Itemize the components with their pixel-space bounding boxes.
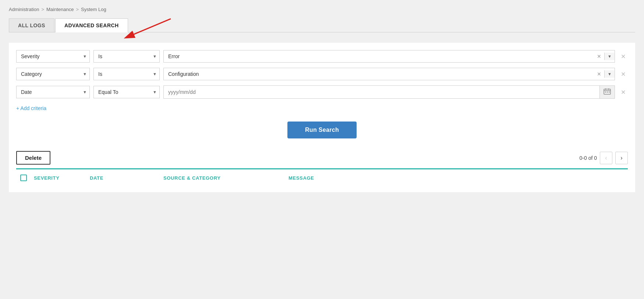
next-page-button[interactable]: › bbox=[615, 152, 628, 164]
svg-rect-8 bbox=[609, 92, 610, 92]
field-select-1[interactable]: Severity Category Date Source Message bbox=[16, 50, 90, 63]
value-clear-btn-1[interactable]: ✕ bbox=[594, 52, 604, 61]
table-header: SEVERITY DATE SOURCE & CATEGORY MESSAGE bbox=[16, 168, 628, 185]
prev-icon: ‹ bbox=[605, 155, 607, 161]
bottom-toolbar: Delete 0-0 of 0 ‹ › bbox=[16, 147, 628, 168]
run-search-label: Run Search bbox=[305, 127, 339, 133]
run-search-section: Run Search bbox=[16, 122, 628, 138]
field-select-wrapper-2: Severity Category Date Source Message ▼ bbox=[16, 68, 90, 80]
breadcrumb-maintenance: Maintenance bbox=[46, 7, 74, 12]
delete-button[interactable]: Delete bbox=[16, 151, 50, 165]
select-all-checkbox[interactable] bbox=[20, 175, 27, 181]
field-select-2[interactable]: Severity Category Date Source Message bbox=[16, 68, 90, 80]
add-criteria-label: + Add criteria bbox=[16, 105, 46, 111]
op-select-3[interactable]: Equal To Before After Between bbox=[93, 86, 160, 98]
tabs-bar: ALL LOGS ADVANCED SEARCH bbox=[9, 18, 635, 32]
op-select-wrapper-3: Equal To Before After Between ▼ bbox=[93, 86, 160, 98]
calendar-btn-3[interactable] bbox=[599, 86, 615, 98]
criteria-row-2: Severity Category Date Source Message ▼ … bbox=[16, 68, 628, 80]
tab-advanced-search[interactable]: ADVANCED SEARCH bbox=[55, 18, 128, 32]
op-select-1[interactable]: Is Is Not Contains bbox=[93, 50, 160, 63]
delete-label: Delete bbox=[25, 155, 42, 161]
pagination-info: 0-0 of 0 bbox=[580, 155, 597, 161]
main-content: Severity Category Date Source Message ▼ … bbox=[9, 43, 635, 192]
row-remove-btn-3[interactable]: ✕ bbox=[619, 87, 628, 97]
field-select-wrapper-3: Severity Category Date Source Message ▼ bbox=[16, 86, 90, 98]
field-select-3[interactable]: Severity Category Date Source Message bbox=[16, 86, 90, 98]
next-icon: › bbox=[620, 155, 622, 161]
tab-all-logs[interactable]: ALL LOGS bbox=[9, 18, 54, 32]
value-input-2[interactable] bbox=[164, 68, 594, 80]
row-remove-btn-1[interactable]: ✕ bbox=[619, 52, 628, 61]
value-wrapper-3 bbox=[163, 85, 615, 99]
tab-all-logs-label: ALL LOGS bbox=[18, 22, 45, 28]
criteria-row-3: Severity Category Date Source Message ▼ … bbox=[16, 85, 628, 99]
th-checkbox bbox=[16, 175, 31, 181]
row-remove-btn-2[interactable]: ✕ bbox=[619, 69, 628, 79]
th-date: DATE bbox=[90, 175, 163, 181]
run-search-button[interactable]: Run Search bbox=[287, 122, 357, 138]
breadcrumb: Administration > Maintenance > System Lo… bbox=[9, 7, 635, 12]
value-dropdown-btn-1[interactable]: ▼ bbox=[604, 53, 615, 60]
svg-rect-7 bbox=[607, 92, 608, 92]
value-clear-btn-2[interactable]: ✕ bbox=[594, 70, 604, 78]
pagination-controls: 0-0 of 0 ‹ › bbox=[580, 152, 628, 164]
field-select-wrapper-1: Severity Category Date Source Message ▼ bbox=[16, 50, 90, 63]
add-criteria-link[interactable]: + Add criteria bbox=[16, 105, 46, 111]
value-wrapper-2: ✕ ▼ bbox=[163, 68, 615, 80]
value-input-3[interactable] bbox=[164, 86, 599, 98]
th-message: MESSAGE bbox=[289, 175, 628, 181]
op-select-wrapper-1: Is Is Not Contains ▼ bbox=[93, 50, 160, 63]
content-inner: Severity Category Date Source Message ▼ … bbox=[9, 43, 635, 192]
value-input-1[interactable] bbox=[164, 50, 594, 62]
breadcrumb-system-log: System Log bbox=[81, 7, 106, 12]
page-wrapper: Administration > Maintenance > System Lo… bbox=[0, 0, 644, 299]
tabs-container: ALL LOGS ADVANCED SEARCH bbox=[9, 18, 635, 32]
breadcrumb-sep-1: > bbox=[41, 7, 44, 12]
op-select-2[interactable]: Is Is Not Contains bbox=[93, 68, 160, 80]
calendar-icon bbox=[604, 88, 611, 95]
th-severity: SEVERITY bbox=[31, 175, 90, 181]
tab-advanced-search-label: ADVANCED SEARCH bbox=[64, 22, 119, 28]
criteria-row-1: Severity Category Date Source Message ▼ … bbox=[16, 50, 628, 63]
prev-page-button[interactable]: ‹ bbox=[600, 152, 612, 164]
breadcrumb-sep-2: > bbox=[76, 7, 79, 12]
breadcrumb-admin: Administration bbox=[9, 7, 39, 12]
svg-rect-6 bbox=[605, 92, 606, 92]
value-dropdown-btn-2[interactable]: ▼ bbox=[604, 70, 615, 78]
th-source-category: SOURCE & CATEGORY bbox=[163, 175, 289, 181]
op-select-wrapper-2: Is Is Not Contains ▼ bbox=[93, 68, 160, 80]
value-wrapper-1: ✕ ▼ bbox=[163, 50, 615, 63]
